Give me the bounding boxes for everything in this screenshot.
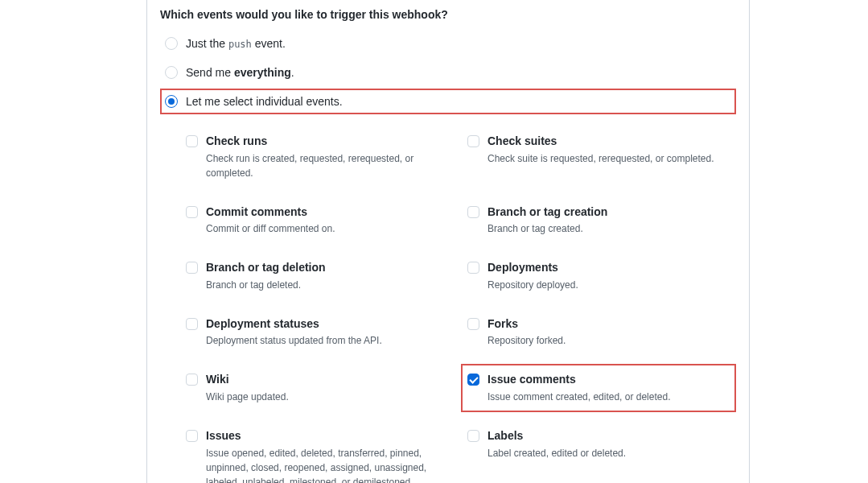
event-check-suites: Check suites Check suite is requested, r…: [461, 126, 736, 188]
event-branch-tag-deletion-desc: Branch or tag deleted.: [206, 278, 448, 292]
radio-everything-prefix: Send me: [186, 66, 234, 79]
event-check-runs-title: Check runs: [206, 134, 448, 150]
event-issue-comments-desc: Issue comment created, edited, or delete…: [487, 390, 730, 404]
checkbox-labels[interactable]: [467, 430, 479, 442]
event-forks: Forks Repository forked.: [461, 308, 736, 357]
event-deployments-title: Deployments: [487, 260, 730, 276]
checkbox-branch-tag-deletion[interactable]: [186, 262, 198, 274]
radio-everything-suffix: .: [291, 66, 294, 79]
event-issue-comments: Issue comments Issue comment created, ed…: [461, 364, 736, 412]
checkbox-issues[interactable]: [186, 430, 198, 442]
event-branch-tag-creation: Branch or tag creation Branch or tag cre…: [461, 196, 736, 245]
event-branch-tag-creation-desc: Branch or tag created.: [487, 221, 730, 236]
checkbox-check-suites[interactable]: [467, 135, 479, 147]
trigger-radio-group: Just the push event. Send me everything.…: [160, 31, 736, 114]
event-check-runs-desc: Check run is created, requested, rereque…: [206, 151, 448, 180]
event-wiki: Wiki Wiki page updated.: [179, 364, 455, 412]
event-labels: Labels Label created, edited or deleted.: [461, 420, 736, 483]
webhook-events-panel: Which events would you like to trigger t…: [146, 0, 750, 483]
event-wiki-desc: Wiki page updated.: [206, 390, 448, 404]
checkbox-branch-tag-creation[interactable]: [467, 206, 479, 218]
event-issues: Issues Issue opened, edited, deleted, tr…: [179, 420, 455, 483]
radio-everything-strong: everything: [234, 66, 291, 79]
checkbox-commit-comments[interactable]: [186, 206, 198, 218]
event-wiki-title: Wiki: [206, 372, 448, 388]
checkbox-issue-comments[interactable]: [467, 374, 479, 386]
radio-push-code: push: [228, 39, 252, 50]
event-issues-desc: Issue opened, edited, deleted, transferr…: [206, 446, 448, 483]
checkbox-deployment-statuses[interactable]: [186, 318, 198, 330]
radio-push[interactable]: [165, 37, 178, 50]
event-labels-title: Labels: [487, 428, 730, 444]
checkbox-forks[interactable]: [467, 318, 479, 330]
radio-row-individual[interactable]: Let me select individual events.: [160, 89, 736, 114]
event-branch-tag-deletion-title: Branch or tag deletion: [206, 260, 448, 276]
event-issue-comments-title: Issue comments: [487, 372, 730, 388]
event-deployments-desc: Repository deployed.: [487, 278, 730, 292]
event-check-suites-desc: Check suite is requested, rerequested, o…: [487, 151, 730, 166]
radio-individual[interactable]: [165, 95, 178, 108]
webhook-events-heading: Which events would you like to trigger t…: [160, 8, 736, 21]
radio-push-suffix: event.: [252, 37, 286, 50]
radio-row-push[interactable]: Just the push event.: [160, 31, 736, 56]
events-grid: Check runs Check run is created, request…: [160, 126, 736, 483]
event-check-suites-title: Check suites: [487, 134, 730, 150]
checkbox-deployments[interactable]: [467, 262, 479, 274]
radio-everything[interactable]: [165, 66, 178, 79]
event-deployments: Deployments Repository deployed.: [461, 252, 736, 300]
event-forks-title: Forks: [487, 316, 730, 332]
event-check-runs: Check runs Check run is created, request…: [179, 126, 455, 188]
event-deployment-statuses: Deployment statuses Deployment status up…: [179, 308, 455, 357]
event-branch-tag-creation-title: Branch or tag creation: [487, 204, 730, 221]
event-deployment-statuses-title: Deployment statuses: [206, 316, 448, 332]
checkbox-check-runs[interactable]: [186, 135, 198, 147]
event-forks-desc: Repository forked.: [487, 333, 730, 348]
event-commit-comments-title: Commit comments: [206, 204, 448, 221]
radio-individual-label: Let me select individual events.: [186, 95, 343, 108]
event-issues-title: Issues: [206, 428, 448, 444]
radio-push-prefix: Just the: [186, 37, 228, 50]
event-commit-comments-desc: Commit or diff commented on.: [206, 221, 448, 236]
radio-everything-label: Send me everything.: [186, 66, 294, 79]
event-commit-comments: Commit comments Commit or diff commented…: [179, 196, 455, 245]
checkbox-wiki[interactable]: [186, 374, 198, 386]
event-labels-desc: Label created, edited or deleted.: [487, 446, 730, 460]
radio-row-everything[interactable]: Send me everything.: [160, 60, 736, 85]
radio-push-label: Just the push event.: [186, 37, 286, 50]
event-branch-tag-deletion: Branch or tag deletion Branch or tag del…: [179, 252, 455, 300]
event-deployment-statuses-desc: Deployment status updated from the API.: [206, 333, 448, 348]
